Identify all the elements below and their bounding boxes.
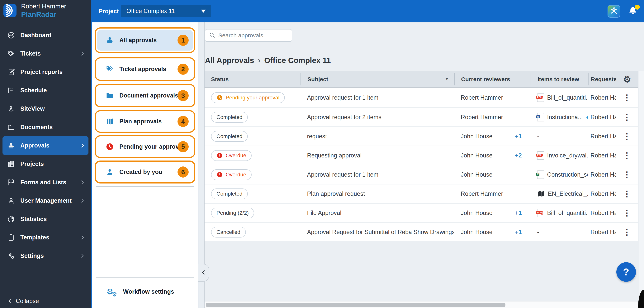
more-reviewers-count[interactable]: +1 — [515, 210, 530, 216]
sidebar-item-siteview[interactable]: SiteView — [2, 100, 88, 118]
connect-x-icon — [609, 6, 619, 17]
chevron-right-icon — [80, 179, 86, 185]
project-select[interactable]: Office Complex 11 — [121, 5, 211, 17]
annotation-badge: 3 — [178, 90, 189, 101]
clock-icon — [106, 143, 114, 151]
row-actions-kebab-icon[interactable]: ⋮ — [623, 228, 631, 236]
collapse-label: Collapse — [16, 298, 39, 305]
reviewers-cell: John House — [454, 171, 530, 178]
table-row[interactable]: Pending (2/2)File ApprovalJohn House+1PD… — [204, 203, 638, 222]
chevron-left-icon — [200, 269, 207, 276]
tickets-icon — [7, 49, 15, 58]
chevron-right-icon — [80, 51, 86, 57]
sidebar-item-schedule[interactable]: Schedule — [2, 81, 88, 100]
help-button[interactable]: ? — [616, 262, 636, 282]
sidebar-item-dashboard[interactable]: Dashboard — [2, 26, 88, 44]
panel-collapse-tab[interactable] — [198, 264, 209, 282]
more-reviewers-count[interactable]: +1 — [515, 229, 530, 236]
sidebar-item-templates[interactable]: Templates — [2, 228, 88, 247]
row-actions-kebab-icon[interactable]: ⋮ — [623, 209, 631, 217]
sidebar-item-label: SiteView — [20, 105, 45, 112]
more-reviewers-count[interactable]: +2 — [515, 152, 530, 159]
account-brand[interactable]: Robert Hammer PlanRadar — [4, 2, 66, 19]
column-header-requester[interactable]: Requester — [588, 73, 616, 85]
more-items-count[interactable]: +1 — [586, 114, 588, 121]
filter-item-plan-approvals[interactable]: Plan approvals4 — [94, 110, 195, 133]
filter-item-ticket-approvals[interactable]: Ticket approvals2 — [94, 57, 195, 81]
sort-caret-icon[interactable]: ▼ — [445, 77, 448, 81]
reviewers-cell: John House+2 — [454, 152, 530, 159]
sidebar-item-projects[interactable]: Projects — [2, 155, 88, 173]
breadcrumb: All Approvals › Office Complex 11 — [205, 55, 331, 65]
sidebar-item-documents[interactable]: Documents — [2, 118, 88, 136]
table-row[interactable]: OverdueRequesting approvalJohn House+2PD… — [204, 146, 638, 165]
filter-item-pending-your-approval[interactable]: Pending your approval5 — [94, 135, 195, 158]
item-name[interactable]: Instructiona... — [547, 114, 583, 121]
app-switcher-button[interactable] — [608, 5, 620, 18]
sidebar-item-tickets[interactable]: Tickets — [2, 44, 88, 63]
row-actions-kebab-icon[interactable]: ⋮ — [623, 113, 631, 121]
breadcrumb-current: Office Complex 11 — [264, 56, 331, 65]
table-row[interactable]: Pending your approvalApproval request fo… — [204, 88, 638, 107]
items-cell: PDFBill_of_quantiti... — [530, 93, 588, 102]
chevron-left-icon — [7, 298, 13, 304]
workflow-settings-button[interactable]: ⚙⚙ Workflow settings — [92, 282, 198, 301]
table-row[interactable]: OverdueApproval request for 1 itemJohn H… — [204, 165, 638, 184]
sidebar-item-project-reports[interactable]: Project reports — [2, 63, 88, 81]
item-name: - — [537, 229, 539, 236]
row-actions-kebab-icon[interactable]: ⋮ — [623, 190, 631, 198]
annotation-badge: 4 — [178, 116, 189, 127]
requester-cell: Robert Ha — [588, 171, 616, 178]
table-settings-gear-icon[interactable]: ⚙ — [623, 75, 631, 84]
project-reports-icon — [7, 68, 15, 76]
item-name[interactable]: Construction_sc... — [547, 171, 588, 178]
breadcrumb-parent[interactable]: All Approvals — [205, 56, 254, 65]
filter-item-label: Document approvals — [119, 92, 178, 99]
items-cell: XConstruction_sc... — [530, 170, 588, 179]
notifications-button[interactable] — [628, 5, 638, 17]
column-header-subject[interactable]: Subject ▼ — [300, 73, 454, 85]
approvals-icon — [7, 141, 15, 150]
table-row[interactable]: CompletedApproval request for 2 itemsRob… — [204, 107, 638, 126]
items-cell: EN_Electrical_... — [530, 190, 588, 198]
column-header-items[interactable]: Items to review — [530, 73, 588, 85]
sidebar: Robert Hammer PlanRadar DashboardTickets… — [0, 0, 91, 308]
sidebar-collapse-button[interactable]: Collapse — [7, 298, 39, 305]
column-header-reviewers[interactable]: Current reviewers — [454, 73, 530, 85]
search-box[interactable] — [205, 29, 292, 42]
item-name[interactable]: Invoice_drywal... — [547, 152, 588, 159]
sidebar-item-settings[interactable]: Settings — [2, 247, 88, 265]
reviewers-cell: John House+1 — [454, 210, 530, 216]
horizontal-scrollbar-track[interactable] — [204, 301, 644, 308]
filter-item-all-approvals[interactable]: All approvals1 — [94, 27, 195, 53]
more-reviewers-count[interactable]: +1 — [515, 133, 530, 140]
item-name[interactable]: Bill_of_quantiti... — [547, 210, 588, 216]
sidebar-item-user-management[interactable]: User Management — [2, 191, 88, 210]
item-name[interactable]: Bill_of_quantiti... — [547, 94, 588, 101]
row-actions-kebab-icon[interactable]: ⋮ — [623, 132, 631, 141]
search-input[interactable] — [218, 32, 293, 39]
status-badge: Completed — [211, 188, 248, 199]
table-row[interactable]: CancelledApproval Request for Submittal … — [204, 222, 638, 241]
items-cell: PDFInvoice_drywal... — [530, 151, 588, 160]
settings-icon — [7, 252, 15, 260]
table-row[interactable]: CompletedPlan approval requestRobert Ham… — [204, 184, 638, 203]
vertical-scrollbar-track[interactable] — [639, 71, 644, 301]
column-header-status[interactable]: Status — [204, 73, 300, 85]
table-row[interactable]: CompletedrequestJohn House+1-Robert Ha⋮ — [204, 126, 638, 146]
map-icon — [106, 117, 114, 126]
chevron-right-icon — [80, 253, 86, 259]
row-actions-kebab-icon[interactable]: ⋮ — [623, 152, 631, 159]
horizontal-scrollbar-thumb[interactable] — [206, 303, 506, 307]
sidebar-item-forms-and-lists[interactable]: Forms and Lists — [2, 173, 88, 191]
item-name[interactable]: EN_Electrical_... — [548, 190, 588, 197]
sidebar-item-statistics[interactable]: Statistics — [2, 210, 88, 228]
row-actions-kebab-icon[interactable]: ⋮ — [623, 94, 631, 102]
items-cell: WInstructiona...+1 — [530, 113, 588, 122]
sidebar-item-approvals[interactable]: Approvals — [2, 136, 88, 155]
filter-item-created-by-you[interactable]: Created by you6 — [94, 160, 195, 183]
planradar-logo-icon — [4, 4, 16, 17]
row-actions-kebab-icon[interactable]: ⋮ — [623, 171, 631, 179]
filter-item-document-approvals[interactable]: Document approvals3 — [94, 84, 195, 107]
dashboard-icon — [7, 31, 15, 39]
